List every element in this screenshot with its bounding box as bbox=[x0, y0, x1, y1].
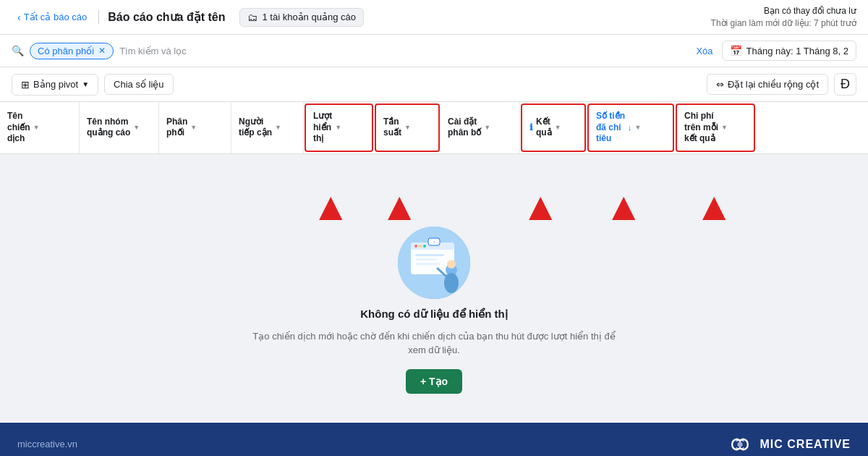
th-label: Tên nhóm quảng cáo bbox=[87, 117, 130, 139]
date-picker-button[interactable]: 📅 Tháng này: 1 Tháng 8, 2 bbox=[722, 41, 856, 61]
unsaved-notice: Bạn có thay đổi chưa lư bbox=[711, 5, 856, 17]
sort-down-icon: ↓ bbox=[628, 122, 632, 132]
th-phan-phoi[interactable]: Phân phối ▼ bbox=[159, 102, 231, 153]
filter-tag[interactable]: Có phân phối ✕ bbox=[30, 43, 114, 59]
th-dropdown-icon: ▼ bbox=[721, 124, 728, 132]
back-button[interactable]: ‹ Tất cả báo cáo bbox=[12, 9, 93, 26]
th-dropdown-icon: ▼ bbox=[33, 124, 40, 132]
filter-actions: Xóa 📅 Tháng này: 1 Tháng 8, 2 bbox=[696, 41, 856, 61]
svg-rect-6 bbox=[415, 254, 444, 256]
th-dropdown-icon: ▼ bbox=[335, 124, 341, 132]
th-dropdown-icon: ▼ bbox=[635, 124, 642, 132]
footer-website: miccreative.vn bbox=[17, 439, 77, 449]
create-button[interactable]: + Tạo bbox=[406, 369, 462, 394]
mic-logo: MIC CREATIVE bbox=[727, 434, 851, 455]
back-arrow-icon: ‹ bbox=[17, 12, 21, 23]
th-label: Người tiếp cận bbox=[239, 117, 272, 139]
arrow-up-1: ▲ bbox=[311, 187, 350, 227]
empty-description: Tạo chiến dịch mới hoặc chờ đến khi chiế… bbox=[246, 329, 622, 358]
th-dropdown-icon: ▼ bbox=[404, 124, 411, 132]
top-header: ‹ Tất cả báo cáo Báo cáo chưa đặt tên 🗂 … bbox=[0, 0, 868, 35]
pivot-dropdown-icon: ▼ bbox=[82, 80, 89, 88]
th-label: Phân phối bbox=[166, 117, 187, 139]
create-label: + Tạo bbox=[420, 376, 448, 387]
search-icon: 🔍 bbox=[12, 45, 24, 56]
ad-account-icon: 🗂 bbox=[247, 12, 258, 23]
pivot-icon: ⊞ bbox=[21, 79, 30, 90]
th-dropdown-icon: ▼ bbox=[484, 124, 490, 132]
toolbar-right: ⇔ Đặt lại chiều rộng cột Đ bbox=[707, 73, 856, 96]
svg-point-11 bbox=[447, 260, 456, 269]
reset-columns-button[interactable]: ⇔ Đặt lại chiều rộng cột bbox=[707, 74, 828, 95]
th-label: Kết quả bbox=[536, 117, 552, 139]
reset-icon: ⇔ bbox=[716, 79, 724, 90]
th-label: Cài đặt phân bố bbox=[448, 117, 481, 139]
empty-illustration: ! bbox=[398, 227, 470, 299]
reset-label: Đặt lại chiều rộng cột bbox=[728, 79, 819, 90]
th-label: Lượt hiển thị bbox=[313, 111, 332, 145]
svg-point-4 bbox=[419, 245, 422, 248]
th-ten-chien-dich[interactable]: Tên chiến dịch ▼ bbox=[0, 102, 80, 153]
empty-title: Không có dữ liệu để hiển thị bbox=[360, 308, 507, 321]
svg-rect-7 bbox=[415, 258, 437, 261]
illustration-svg: ! bbox=[398, 227, 470, 299]
filter-tag-label: Có phân phối bbox=[38, 46, 94, 56]
th-ten-nhom[interactable]: Tên nhóm quảng cáo ▼ bbox=[80, 102, 159, 153]
main-content: ▲ ▲ ▲ ▲ ▲ bbox=[0, 154, 868, 423]
svg-point-5 bbox=[423, 245, 426, 248]
th-dropdown-icon: ▼ bbox=[555, 124, 561, 132]
th-dropdown-icon: ▼ bbox=[190, 124, 197, 132]
th-label: Tần suất bbox=[383, 117, 401, 139]
refresh-notice: Thời gian làm mới dữ liệu: 7 phút trướ bbox=[711, 17, 856, 30]
th-label: Chi phí trên mỗi kết quả bbox=[684, 111, 718, 145]
header-right-info: Bạn có thay đổi chưa lư Thời gian làm mớ… bbox=[711, 5, 856, 30]
date-label: Tháng này: 1 Tháng 8, 2 bbox=[746, 46, 848, 56]
th-cai-dat-phan-bo[interactable]: Cài đặt phân bố ▼ bbox=[441, 102, 520, 153]
ad-account-label: 1 tài khoản quảng cáo bbox=[262, 12, 355, 22]
th-chi-phi-tren-moi-ket-qua[interactable]: Chi phí trên mỗi kết quả ▼ bbox=[676, 104, 755, 152]
arrow-up-4: ▲ bbox=[604, 187, 643, 227]
arrow-up-3: ▲ bbox=[521, 187, 560, 227]
th-label: Số tiền đã chi tiêu bbox=[596, 111, 625, 145]
arrows-section: ▲ ▲ ▲ ▲ ▲ bbox=[0, 169, 868, 227]
arrow-up-2: ▲ bbox=[380, 187, 419, 227]
footer-right: MIC CREATIVE bbox=[727, 434, 851, 455]
svg-rect-8 bbox=[415, 263, 441, 265]
mic-brand-label: MIC CREATIVE bbox=[760, 438, 851, 451]
empty-state: ! Không có dữ liệu để hiển thị Tạo chiến… bbox=[246, 227, 622, 394]
page-title: Báo cáo chưa đặt tên bbox=[98, 10, 225, 24]
footer: miccreative.vn MIC CREATIVE bbox=[0, 423, 868, 456]
th-ket-qua[interactable]: ℹ Kết quả ▼ bbox=[521, 104, 586, 152]
split-button[interactable]: Chia số liệu bbox=[104, 74, 173, 95]
filter-bar: 🔍 Có phân phối ✕ Tìm kiếm và lọc Xóa 📅 T… bbox=[0, 35, 868, 67]
mic-logo-icon bbox=[727, 434, 753, 455]
pivot-label: Bảng pivot bbox=[33, 79, 78, 90]
table-header: Tên chiến dịch ▼ Tên nhóm quảng cáo ▼ Ph… bbox=[0, 102, 868, 154]
close-filter-icon[interactable]: ✕ bbox=[98, 46, 106, 56]
calendar-icon: 📅 bbox=[730, 45, 742, 56]
th-dropdown-icon: ▼ bbox=[133, 124, 140, 132]
th-luot-hien-thi[interactable]: Lượt hiển thị ▼ bbox=[305, 104, 373, 152]
th-nguoi-tiep-can[interactable]: Người tiếp cận ▼ bbox=[231, 102, 304, 153]
svg-point-3 bbox=[414, 245, 417, 248]
columns-button[interactable]: Đ bbox=[834, 73, 856, 96]
search-input[interactable]: Tìm kiếm và lọc bbox=[119, 46, 690, 56]
th-dropdown-icon: ▼ bbox=[275, 124, 281, 132]
svg-point-15 bbox=[737, 442, 742, 447]
th-tan-suat[interactable]: Tần suất ▼ bbox=[375, 104, 440, 152]
th-label: Tên chiến dịch bbox=[7, 111, 30, 145]
pivot-button[interactable]: ⊞ Bảng pivot ▼ bbox=[12, 74, 98, 96]
arrow-up-5: ▲ bbox=[694, 187, 733, 227]
info-icon: ℹ bbox=[529, 122, 533, 134]
clear-button[interactable]: Xóa bbox=[696, 46, 712, 56]
th-so-tien-da-chi-tieu[interactable]: Số tiền đã chi tiêu ↓ ▼ bbox=[587, 104, 674, 152]
ad-account-badge[interactable]: 🗂 1 tài khoản quảng cáo bbox=[239, 8, 363, 27]
back-label: Tất cả báo cáo bbox=[24, 12, 88, 22]
toolbar: ⊞ Bảng pivot ▼ Chia số liệu ⇔ Đặt lại ch… bbox=[0, 67, 868, 102]
